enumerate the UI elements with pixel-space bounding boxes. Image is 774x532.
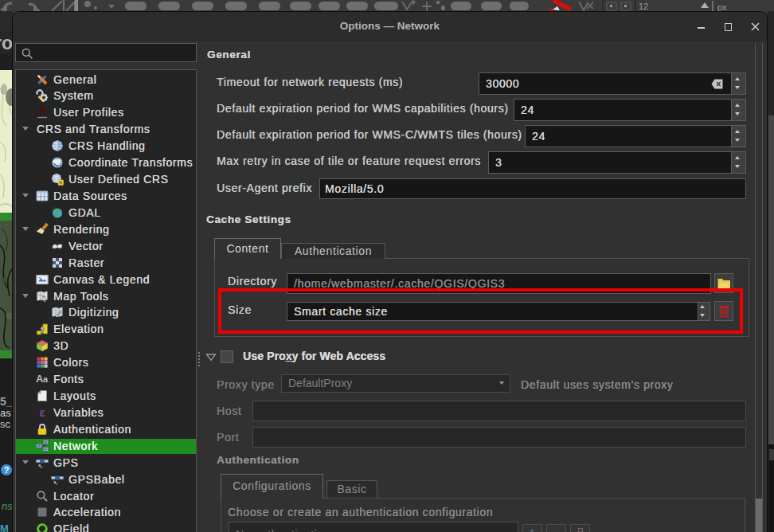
- svg-text:12: 12: [639, 2, 648, 11]
